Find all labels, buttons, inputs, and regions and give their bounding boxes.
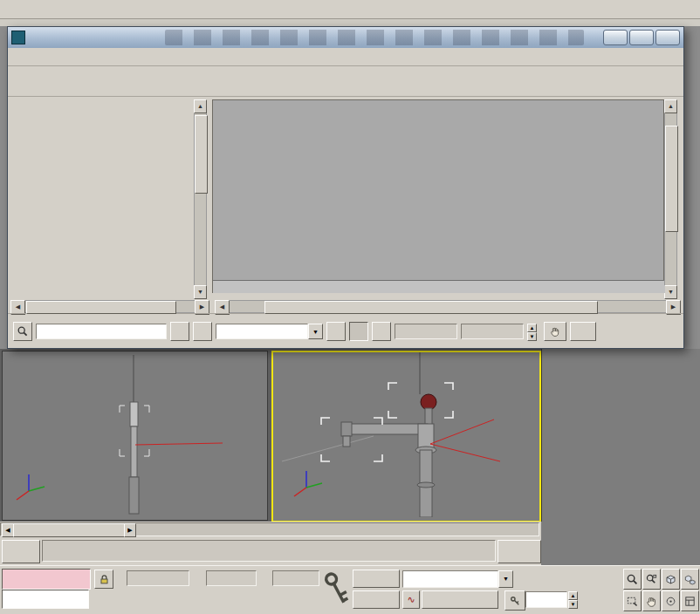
zoom-button[interactable]	[623, 569, 642, 590]
main-menu-bar	[0, 0, 700, 19]
viewport-left-scene	[3, 351, 265, 518]
set-key-button[interactable]	[353, 590, 400, 609]
graph-scrollbar[interactable]: ▲ ▼	[664, 99, 677, 299]
zoom-selected-object-button[interactable]	[13, 322, 32, 341]
pan-button[interactable]	[544, 322, 566, 341]
key-mode-toggle[interactable]	[504, 590, 525, 611]
current-frame-field[interactable]	[525, 591, 567, 608]
viewport-left[interactable]	[2, 351, 268, 521]
zoom-region-icon	[626, 595, 639, 608]
previous-frame-arrow[interactable]: ◀	[2, 523, 14, 537]
scroll-up-icon[interactable]: ▲	[194, 99, 207, 113]
track-selection-dropdown[interactable]: ▼	[216, 324, 323, 339]
maximize-viewport-toggle[interactable]	[681, 590, 699, 611]
frame-spinner[interactable]: ▲▼	[568, 591, 578, 607]
key-time-field[interactable]	[395, 324, 457, 339]
zoom-region-button[interactable]	[570, 322, 596, 341]
viewport-right-active[interactable]	[271, 351, 541, 522]
status-bar: ▼ ∿ ▲▼	[0, 565, 700, 614]
background-toolbar-glimpse	[165, 30, 584, 45]
select-by-name-button[interactable]	[193, 322, 212, 341]
show-selected-key-stats-button[interactable]	[170, 322, 189, 341]
scroll-left-icon[interactable]: ◀	[10, 300, 25, 315]
axis-tripod	[17, 474, 45, 500]
viewport-area	[0, 349, 700, 522]
key-icon	[510, 596, 520, 606]
track-view-toolbar	[8, 66, 683, 97]
arc-rotate-icon	[664, 595, 677, 608]
zoom-region-button[interactable]	[623, 590, 642, 611]
pan-hand-icon	[549, 325, 561, 338]
zoom-icon	[17, 325, 29, 338]
track-hierarchy-tree	[10, 99, 194, 297]
scrollbar-thumb[interactable]	[665, 126, 678, 232]
track-bar-end	[498, 540, 541, 563]
track-view-status-toolbar: ▼ ▲▼	[8, 313, 683, 348]
edit-keys-mode-button[interactable]	[349, 322, 368, 341]
zoom-all-icon	[645, 573, 658, 586]
x-coord-field[interactable]	[127, 570, 189, 586]
graph-time-ruler[interactable]	[213, 280, 665, 293]
track-view-window-icon	[11, 31, 25, 44]
auto-key-button[interactable]	[353, 570, 400, 588]
next-frame-arrow[interactable]: ▶	[124, 523, 136, 537]
scroll-left-icon[interactable]: ◀	[215, 300, 230, 315]
axis-tripod	[294, 471, 322, 496]
time-slider-handle[interactable]	[13, 523, 125, 537]
zoom-extents-button[interactable]	[662, 569, 680, 590]
lock-icon	[99, 574, 110, 585]
track-name-input[interactable]	[36, 324, 167, 339]
viewport-navigation-controls	[623, 569, 699, 611]
track-view-menu-bar	[8, 48, 683, 66]
viewport-lower-region	[541, 522, 700, 565]
close-button[interactable]	[655, 30, 680, 45]
scrollbar-thumb[interactable]	[26, 301, 176, 314]
tree-horizontal-scrollbar[interactable]: ◀ ▶	[10, 300, 209, 313]
open-mini-curve-editor-button[interactable]	[2, 540, 40, 563]
zoom-all-button[interactable]	[642, 569, 661, 590]
key-value-field[interactable]	[461, 324, 524, 339]
viewport-right-region[interactable]	[541, 349, 700, 522]
curve-plot[interactable]	[213, 100, 663, 280]
zoom-extents-all-icon	[683, 573, 697, 586]
arc-rotate-button[interactable]	[662, 590, 680, 611]
track-bar-ruler[interactable]	[42, 540, 496, 562]
track-list-button[interactable]	[326, 322, 346, 341]
maxscript-listener-field[interactable]	[2, 590, 89, 609]
scroll-down-icon[interactable]: ▼	[664, 285, 677, 299]
curve-graph[interactable]	[212, 99, 664, 293]
track-view-titlebar[interactable]	[8, 27, 683, 48]
scroll-right-icon[interactable]: ▶	[195, 300, 209, 315]
left-arrow-icon: ◀	[5, 527, 10, 534]
y-coord-field[interactable]	[206, 570, 257, 586]
selection-lock-toggle[interactable]	[94, 570, 113, 589]
new-key-default-tangent-button[interactable]: ∿	[402, 590, 420, 609]
maximize-viewport-icon	[683, 595, 697, 608]
set-key-icon	[323, 570, 351, 610]
graph-horizontal-scrollbar[interactable]: ◀ ▶	[215, 300, 681, 313]
z-coord-field[interactable]	[272, 570, 319, 586]
track-view-window: ▲ ▼ ▲ ▼ ◀ ▶ ◀ ▶	[7, 26, 684, 349]
track-bar	[0, 537, 541, 565]
scroll-up-icon[interactable]: ▲	[664, 99, 677, 113]
curve-icon: ∿	[407, 594, 415, 605]
key-filters-button[interactable]	[422, 590, 498, 609]
maximize-button[interactable]	[629, 30, 654, 45]
pan-button[interactable]	[642, 590, 661, 611]
value-spinner[interactable]: ▲▼	[527, 324, 537, 339]
scroll-down-icon[interactable]: ▼	[194, 285, 207, 299]
viewport-right-scene	[273, 352, 536, 517]
scroll-right-icon[interactable]: ▶	[666, 300, 681, 315]
zoom-extents-all-button[interactable]	[681, 569, 699, 590]
time-slider[interactable]: ◀ ▶	[0, 522, 541, 537]
snap-grid-button[interactable]	[372, 322, 391, 341]
minimize-button[interactable]	[603, 30, 628, 45]
tree-scrollbar[interactable]: ▲ ▼	[194, 99, 207, 299]
dropdown-arrow-icon[interactable]: ▼	[498, 570, 513, 588]
dropdown-arrow-icon[interactable]: ▼	[308, 324, 323, 339]
scrollbar-thumb[interactable]	[264, 301, 598, 314]
selection-set-dropdown[interactable]: ▼	[402, 570, 513, 588]
pan-hand-icon	[645, 595, 658, 608]
macro-recorder-field[interactable]	[2, 569, 91, 590]
scrollbar-thumb[interactable]	[195, 115, 208, 194]
